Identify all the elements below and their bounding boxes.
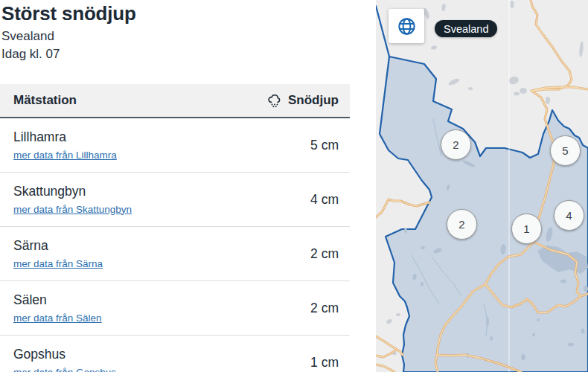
station-name: Sälen <box>13 292 102 308</box>
station-name: Lillhamra <box>13 129 117 145</box>
map-graphic <box>376 0 588 372</box>
station-name: Gopshus <box>13 347 116 362</box>
table-row: Lillhamra mer data från Lillhamra 5 cm <box>0 118 350 173</box>
table-row: Gopshus mer data från Gopshus 1 cm <box>0 336 350 372</box>
map-cluster-marker[interactable]: 1 <box>511 214 542 244</box>
snow-depth-value: 1 cm <box>310 355 339 371</box>
column-header-snowdepth-label: Snödjup <box>288 93 339 108</box>
page-title: Störst snödjup <box>1 1 376 25</box>
map[interactable]: 2 5 2 1 4 Svealand <box>376 0 588 372</box>
snow-depth-value: 2 cm <box>310 301 339 316</box>
map-cluster-marker[interactable]: 2 <box>447 209 477 240</box>
globe-button[interactable] <box>389 9 424 43</box>
snow-depth-value: 4 cm <box>310 192 339 208</box>
map-cluster-marker[interactable]: 5 <box>550 135 581 166</box>
map-cluster-marker[interactable]: 2 <box>441 129 471 160</box>
table-row: Sälen mer data från Sälen 2 cm <box>0 281 350 336</box>
station-name: Särna <box>13 238 103 254</box>
station-link[interactable]: mer data från Skattungbyn <box>13 204 132 215</box>
globe-icon <box>397 16 417 36</box>
snow-depth-value: 5 cm <box>310 138 339 153</box>
map-cluster-marker[interactable]: 4 <box>554 200 584 231</box>
stations-table: Mätstation Snödjup Lillhamra mer data fr… <box>0 84 350 372</box>
station-link[interactable]: mer data från Särna <box>13 258 103 269</box>
station-link[interactable]: mer data från Gopshus <box>13 367 116 372</box>
region-subtitle: Svealand <box>1 28 376 45</box>
snow-cloud-icon <box>266 92 283 109</box>
snow-depth-value: 2 cm <box>310 246 339 262</box>
column-header-snowdepth: Snödjup <box>266 92 339 109</box>
station-link[interactable]: mer data från Sälen <box>13 312 102 324</box>
title-block: Störst snödjup Svealand Idag kl. 07 <box>0 0 376 63</box>
table-row: Särna mer data från Särna 2 cm <box>0 227 350 281</box>
table-row: Skattungbyn mer data från Skattungbyn 4 … <box>0 173 350 227</box>
time-subtitle: Idag kl. 07 <box>1 45 376 63</box>
station-link[interactable]: mer data från Lillhamra <box>13 150 117 161</box>
station-name: Skattungbyn <box>13 184 132 199</box>
snow-depth-panel: Störst snödjup Svealand Idag kl. 07 Mäts… <box>0 0 376 372</box>
table-header: Mätstation Snödjup <box>0 84 350 118</box>
region-tooltip: Svealand <box>435 20 497 37</box>
column-header-station: Mätstation <box>13 93 77 108</box>
